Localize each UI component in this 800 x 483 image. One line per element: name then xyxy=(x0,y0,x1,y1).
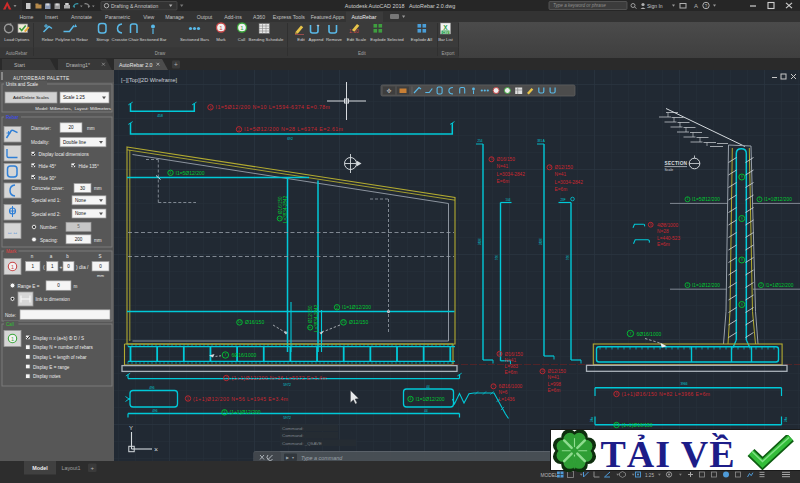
svg-text:Ø12/150: Ø12/150 xyxy=(349,319,368,325)
svg-text:10: 10 xyxy=(498,352,502,356)
svg-text:Parametric: Parametric xyxy=(105,14,130,20)
svg-text:Sign In: Sign In xyxy=(647,3,663,9)
svg-text:Command: _QSAVE: Command: _QSAVE xyxy=(282,441,322,446)
svg-text:+: + xyxy=(174,61,178,68)
svg-text:458: 458 xyxy=(157,114,163,118)
svg-text:44: 44 xyxy=(426,385,430,389)
svg-text:Scale 1:25: Scale 1:25 xyxy=(63,95,85,100)
svg-text:Mark: Mark xyxy=(216,37,226,42)
svg-text:(1+1)Ø16/150: (1+1)Ø16/150 xyxy=(622,422,653,428)
svg-text:200: 200 xyxy=(75,237,83,242)
svg-text:Sectioned Bars: Sectioned Bars xyxy=(180,37,209,42)
svg-text:3836: 3836 xyxy=(539,238,543,245)
svg-text:Stirrup: Stirrup xyxy=(96,37,109,42)
svg-text:I1=1Ø12/200: I1=1Ø12/200 xyxy=(342,304,371,310)
svg-text:+: + xyxy=(90,465,94,471)
svg-text:Bending Schedule: Bending Schedule xyxy=(249,37,284,42)
svg-text:Annotate: Annotate xyxy=(71,14,92,20)
svg-text:I1=5Ø12/200 N=10 L=1594-6374 E: I1=5Ø12/200 N=10 L=1594-6374 E=0.78m xyxy=(216,104,331,110)
svg-text:Polyline to Rebar: Polyline to Rebar xyxy=(55,37,88,42)
svg-text:L=3834-2842: L=3834-2842 xyxy=(314,304,319,332)
svg-text:[−][Top][2D Wireframe]: [−][Top][2D Wireframe] xyxy=(121,77,178,83)
svg-text:I1=5Ø12/200: I1=5Ø12/200 xyxy=(692,197,720,202)
svg-text:Diameter:: Diameter: xyxy=(31,126,51,131)
svg-text:Home: Home xyxy=(20,14,34,20)
svg-text:692: 692 xyxy=(287,137,293,141)
svg-text:Hide 90°: Hide 90° xyxy=(39,176,57,181)
svg-text:5: 5 xyxy=(77,224,80,229)
svg-text:Ø12/150: Ø12/150 xyxy=(555,165,574,170)
svg-text:mm: mm xyxy=(94,186,102,191)
svg-text:34a: 34a xyxy=(784,417,788,422)
svg-text:Range E =: Range E = xyxy=(18,284,40,289)
svg-text:I1=1Ø12/200: I1=1Ø12/200 xyxy=(416,396,445,402)
svg-text:Rebar: Rebar xyxy=(42,37,54,42)
svg-text:Rebar: Rebar xyxy=(6,115,19,120)
svg-text:Append: Append xyxy=(309,37,324,42)
svg-text:Export: Export xyxy=(441,51,455,56)
svg-text:(1+1)Ø12/200 N=56 L=1945 E=3.4: (1+1)Ø12/200 N=56 L=1945 E=3.4m xyxy=(193,396,288,402)
svg-text:None: None xyxy=(75,198,86,203)
svg-text:Edit: Edit xyxy=(297,37,305,42)
svg-text:I1=1Ø12/200: I1=1Ø12/200 xyxy=(764,197,792,202)
svg-text:1: 1 xyxy=(31,264,34,269)
svg-text:Command:: Command: xyxy=(282,433,303,438)
svg-text:Model: Model xyxy=(32,465,48,471)
svg-text:Special end 2:: Special end 2: xyxy=(32,212,61,217)
svg-text:Double line: Double line xyxy=(63,140,86,145)
svg-text:N=41: N=41 xyxy=(548,375,560,380)
svg-text:link to dimension: link to dimension xyxy=(36,297,71,302)
svg-text:1: 1 xyxy=(11,336,14,342)
svg-text:996: 996 xyxy=(495,255,499,260)
svg-text:Bar List: Bar List xyxy=(438,37,453,42)
svg-text:Insert: Insert xyxy=(45,14,59,20)
svg-text:1: 1 xyxy=(170,171,172,175)
svg-text:9: 9 xyxy=(741,175,743,179)
svg-text:Edit: Edit xyxy=(358,51,367,56)
svg-text:5972: 5972 xyxy=(283,383,291,387)
svg-text:AutoRebar: AutoRebar xyxy=(6,51,28,56)
svg-text:N=28: N=28 xyxy=(657,229,669,234)
svg-text:2: 2 xyxy=(336,306,338,310)
svg-text:AUTOREBAR PALETTE: AUTOREBAR PALETTE xyxy=(13,76,70,81)
svg-text:Remove: Remove xyxy=(326,37,343,42)
svg-text:1: 1 xyxy=(51,264,54,269)
svg-text:1: 1 xyxy=(11,264,14,270)
svg-text:Ø16/150: Ø16/150 xyxy=(245,319,264,325)
svg-text:11: 11 xyxy=(541,369,544,373)
svg-text:Ø16/150: Ø16/150 xyxy=(505,352,524,357)
svg-text:Output: Output xyxy=(197,14,213,20)
svg-text:0: 0 xyxy=(99,264,102,269)
svg-text:L=3034-2842: L=3034-2842 xyxy=(555,180,584,185)
svg-text:Call: Call xyxy=(238,37,245,42)
svg-text:44: 44 xyxy=(424,409,428,413)
svg-text:Ø16/150: Ø16/150 xyxy=(278,196,283,214)
svg-text:996: 996 xyxy=(566,255,570,260)
svg-text:E=6m: E=6m xyxy=(548,388,561,393)
svg-text:Modality:: Modality: xyxy=(31,140,49,145)
svg-text:(1+1)Ø16/150 N=82 L=3966 E=6m: (1+1)Ø16/150 N=82 L=3966 E=6m xyxy=(622,391,711,397)
svg-text:m: m xyxy=(74,284,78,289)
svg-text:Type a keyword or phrase: Type a keyword or phrase xyxy=(553,3,606,8)
svg-text:L=983: L=983 xyxy=(505,364,519,369)
svg-text:(1+1)Ø12/200: (1+1)Ø12/200 xyxy=(230,409,261,415)
svg-text:E=6m: E=6m xyxy=(657,242,670,247)
svg-text:I1=1Ø12/200: I1=1Ø12/200 xyxy=(692,283,720,288)
svg-text:Draw: Draw xyxy=(155,51,166,56)
svg-text:254: 254 xyxy=(477,139,482,143)
svg-text:View: View xyxy=(143,14,154,20)
svg-text:104: 104 xyxy=(505,198,510,202)
svg-text:L=440-523: L=440-523 xyxy=(657,236,680,241)
svg-text:6Ø16/1000: 6Ø16/1000 xyxy=(637,331,662,337)
svg-text:4Ø8/1000: 4Ø8/1000 xyxy=(657,223,678,228)
svg-text:I1=1Ø12/200: I1=1Ø12/200 xyxy=(766,283,794,288)
svg-text:Spacing:: Spacing: xyxy=(40,238,58,243)
svg-text:7: 7 xyxy=(224,353,226,357)
svg-text:34a: 34a xyxy=(590,417,594,422)
svg-text:S: S xyxy=(98,254,101,259)
svg-text:Call: Call xyxy=(6,322,14,327)
svg-text:Start: Start xyxy=(14,62,26,68)
svg-text:Hide 135°: Hide 135° xyxy=(79,164,99,169)
svg-text:Featured Apps: Featured Apps xyxy=(311,14,345,20)
svg-text:I1=5Ø12/200 N=28 L=6374 E=2.61: I1=5Ø12/200 N=28 L=6374 E=2.61m xyxy=(244,126,343,132)
